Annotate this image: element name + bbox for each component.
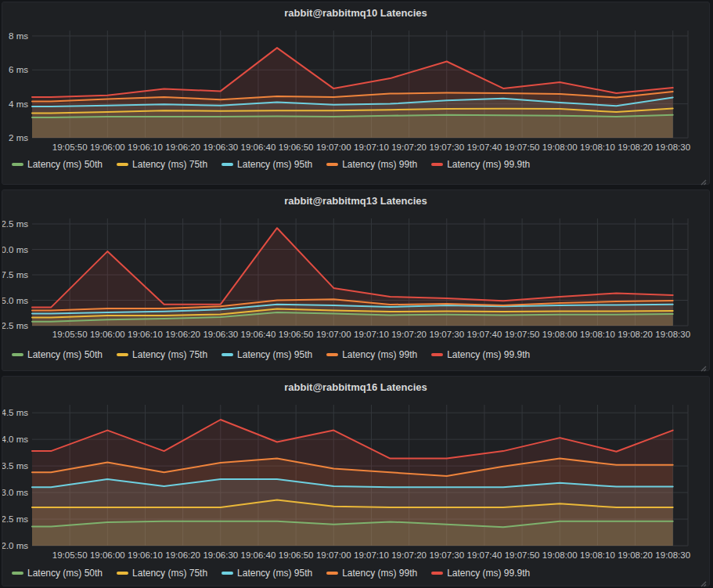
x-axis-tick-label: 19:08:00 [542,330,578,339]
y-axis-tick-label: 7.5 ms [2,270,28,280]
y-axis-tick-label: 12.5 ms [2,219,28,229]
legend-label: Latency (ms) 50th [27,349,103,360]
x-axis-tick-label: 19:06:00 [90,330,125,339]
legend-swatch [221,572,233,575]
legend-swatch [12,572,23,575]
legend-label: Latency (ms) 95th [237,159,312,170]
x-axis-tick-label: 19:08:00 [542,550,578,560]
latency-chart-rabbitmq13[interactable]: 12.5 ms10.0 ms7.5 ms5.0 ms2.5 ms19:05:50… [2,190,709,372]
legend-label: Latency (ms) 75th [132,159,207,170]
x-axis-tick-label: 19:08:00 [542,142,578,152]
y-axis-tick-label: 3.5 ms [2,461,28,471]
legend-item-95th[interactable]: Latency (ms) 95th [221,568,312,579]
x-axis-tick-label: 19:07:20 [391,550,427,560]
y-axis-tick-label: 8 ms [9,31,28,41]
x-axis-tick-label: 19:07:10 [354,142,389,152]
x-axis-tick-label: 19:06:10 [128,142,163,152]
latency-chart-rabbitmq10[interactable]: 8 ms6 ms4 ms2 ms19:05:5019:06:0019:06:10… [2,2,709,186]
legend-item-99th[interactable]: Latency (ms) 99th [326,568,417,579]
legend-swatch [431,572,443,575]
x-axis-tick-label: 19:07:50 [505,550,540,560]
legend-item-50th[interactable]: Latency (ms) 50th [12,159,103,170]
x-axis-tick-label: 19:06:50 [279,330,314,339]
x-axis-tick-label: 19:08:10 [580,330,615,339]
panel-title[interactable]: rabbit@rabbitmq13 Latencies [2,195,709,207]
x-axis-tick-label: 19:06:30 [203,142,238,152]
y-axis-tick-label: 5.0 ms [2,296,28,305]
x-axis-tick-label: 19:07:30 [429,330,464,339]
legend-item-75th[interactable]: Latency (ms) 75th [117,159,207,170]
legend-label: Latency (ms) 99.9th [447,568,530,579]
x-axis-tick-label: 19:05:50 [52,330,88,339]
chart-legend: Latency (ms) 50thLatency (ms) 75thLatenc… [12,568,530,579]
x-axis-tick-label: 19:08:20 [618,330,653,339]
panel-rabbitmq10-latencies: rabbit@rabbitmq10 Latencies 8 ms6 ms4 ms… [2,2,710,185]
y-axis-tick-label: 4.5 ms [2,408,28,417]
x-axis-tick-label: 19:08:30 [655,550,690,560]
x-axis-tick-label: 19:08:10 [580,550,615,560]
legend-item-99.9th[interactable]: Latency (ms) 99.9th [431,568,530,579]
x-axis-tick-label: 19:07:50 [505,330,540,339]
grafana-dashboard: { "page": { "background": "#141619", "pa… [0,0,713,588]
y-axis-tick-label: 4.0 ms [2,435,28,444]
x-axis-tick-label: 19:07:10 [354,330,389,339]
x-axis-tick-label: 19:08:30 [655,142,690,152]
chart-legend: Latency (ms) 50thLatency (ms) 75thLatenc… [12,349,530,360]
legend-label: Latency (ms) 95th [237,568,312,579]
x-axis-tick-label: 19:07:40 [467,550,502,560]
legend-swatch [326,572,338,575]
panel-title[interactable]: rabbit@rabbitmq10 Latencies [2,7,709,19]
legend-item-50th[interactable]: Latency (ms) 50th [12,568,103,579]
legend-swatch [431,163,443,166]
legend-item-99.9th[interactable]: Latency (ms) 99.9th [431,349,530,360]
x-axis-tick-label: 19:07:00 [316,142,351,152]
legend-label: Latency (ms) 99.9th [447,159,530,170]
y-axis-tick-label: 6 ms [9,65,28,74]
panel-resize-handle-icon[interactable] [700,175,707,182]
x-axis-tick-label: 19:06:10 [128,330,163,339]
x-axis-tick-label: 19:06:40 [241,550,276,560]
legend-label: Latency (ms) 50th [27,159,103,170]
legend-item-95th[interactable]: Latency (ms) 95th [221,159,312,170]
legend-item-99.9th[interactable]: Latency (ms) 99.9th [431,159,530,170]
legend-item-50th[interactable]: Latency (ms) 50th [12,349,103,360]
panel-resize-handle-icon[interactable] [700,576,707,583]
legend-swatch [117,163,128,166]
x-axis-tick-label: 19:06:30 [203,330,238,339]
legend-label: Latency (ms) 99th [342,159,417,170]
legend-item-99th[interactable]: Latency (ms) 99th [326,159,417,170]
y-axis-tick-label: 2.0 ms [2,541,28,550]
legend-label: Latency (ms) 75th [132,349,207,360]
y-axis-tick-label: 2 ms [9,133,28,142]
legend-swatch [431,353,443,356]
legend-item-95th[interactable]: Latency (ms) 95th [221,349,312,360]
x-axis-tick-label: 19:07:40 [467,330,502,339]
legend-swatch [326,163,338,166]
x-axis-tick-label: 19:06:30 [203,550,238,560]
legend-label: Latency (ms) 99th [342,349,417,360]
legend-swatch [221,163,233,166]
y-axis-tick-label: 2.5 ms [2,514,28,524]
x-axis-tick-label: 19:07:20 [391,330,427,339]
legend-swatch [221,353,233,356]
x-axis-tick-label: 19:08:30 [655,330,690,339]
x-axis-tick-label: 19:06:00 [90,142,125,152]
legend-swatch [326,353,338,356]
x-axis-tick-label: 19:07:30 [429,142,464,152]
panel-resize-handle-icon[interactable] [700,361,707,368]
legend-item-99th[interactable]: Latency (ms) 99th [326,349,417,360]
legend-item-75th[interactable]: Latency (ms) 75th [117,349,207,360]
x-axis-tick-label: 19:07:10 [354,550,389,560]
legend-item-75th[interactable]: Latency (ms) 75th [117,568,207,579]
panel-rabbitmq13-latencies: rabbit@rabbitmq13 Latencies 12.5 ms10.0 … [2,189,710,371]
chart-legend: Latency (ms) 50thLatency (ms) 75thLatenc… [12,159,530,170]
x-axis-tick-label: 19:06:50 [279,142,314,152]
x-axis-tick-label: 19:07:20 [391,142,427,152]
x-axis-tick-label: 19:07:30 [429,550,464,560]
latency-chart-rabbitmq16[interactable]: 4.5 ms4.0 ms3.5 ms3.0 ms2.5 ms2.0 ms19:0… [2,377,709,587]
panel-title[interactable]: rabbit@rabbitmq16 Latencies [2,381,709,393]
x-axis-tick-label: 19:06:40 [241,142,276,152]
y-axis-tick-label: 4 ms [9,99,28,109]
x-axis-tick-label: 19:07:00 [316,550,351,560]
y-axis-tick-label: 3.0 ms [2,488,28,497]
